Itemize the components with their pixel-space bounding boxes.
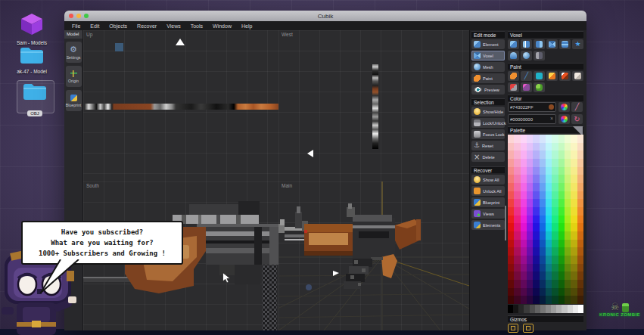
palette-swatch[interactable]: [533, 280, 539, 288]
palette-swatch[interactable]: [577, 256, 583, 264]
palette-swatch[interactable]: [571, 264, 577, 272]
palette-swatch[interactable]: [514, 223, 520, 231]
palette-swatch[interactable]: [552, 280, 558, 288]
palette-swatch[interactable]: [552, 247, 558, 256]
grayscale-swatch[interactable]: [513, 305, 518, 313]
grayscale-swatch[interactable]: [540, 305, 546, 313]
palette-swatch[interactable]: [565, 231, 571, 240]
palette-swatch[interactable]: [565, 271, 571, 280]
grayscale-swatch[interactable]: [508, 305, 513, 313]
palette-swatch[interactable]: [514, 207, 520, 216]
close-window-button[interactable]: [69, 14, 73, 18]
menu-recover[interactable]: Recover: [137, 23, 157, 29]
palette-swatch[interactable]: [521, 199, 527, 207]
palette-swatch[interactable]: [552, 135, 558, 143]
palette-swatch[interactable]: [533, 231, 539, 240]
palette-swatch[interactable]: [527, 143, 533, 151]
palette-swatch[interactable]: [533, 135, 539, 143]
palette-swatch[interactable]: [540, 231, 546, 240]
palette-swatch[interactable]: [577, 216, 583, 224]
palette-swatch[interactable]: [527, 240, 533, 248]
palette-swatch[interactable]: [558, 150, 565, 159]
palette-swatch[interactable]: [527, 159, 533, 167]
palette-swatch[interactable]: [546, 191, 552, 200]
palette-swatch[interactable]: [552, 175, 558, 183]
voxel-stack-tool[interactable]: [559, 39, 571, 49]
color-wheel-button[interactable]: [558, 102, 570, 112]
views-button[interactable]: Views: [471, 209, 505, 219]
palette-swatch[interactable]: [540, 143, 546, 151]
lock-unlock-button[interactable]: Lock/Unlock: [471, 118, 505, 128]
palette-swatch[interactable]: [533, 240, 539, 248]
palette-swatch[interactable]: [565, 223, 571, 231]
palette-swatch[interactable]: [571, 280, 577, 288]
grayscale-swatch[interactable]: [524, 305, 529, 313]
palette-swatch[interactable]: [577, 264, 583, 272]
gizmo-cube-icon[interactable]: [508, 324, 518, 333]
palette-swatch[interactable]: [521, 240, 527, 248]
palette-swatch[interactable]: [552, 264, 558, 272]
elements-button[interactable]: Elements: [471, 220, 505, 230]
line-tool[interactable]: ╱: [521, 71, 532, 81]
palette-swatch[interactable]: [527, 135, 533, 143]
palette-swatch[interactable]: [571, 150, 577, 159]
palette-swatch[interactable]: [546, 216, 552, 224]
palette-swatch[interactable]: [571, 240, 577, 248]
palette-swatch[interactable]: [527, 231, 533, 240]
palette-swatch[interactable]: [558, 280, 565, 288]
palette-swatch[interactable]: [546, 231, 552, 240]
palette-swatch[interactable]: [565, 135, 571, 143]
palette-swatch[interactable]: [521, 150, 527, 159]
palette-swatch[interactable]: [571, 159, 577, 167]
palette-swatch[interactable]: [540, 223, 546, 231]
palette-swatch[interactable]: [514, 143, 520, 151]
palette-swatch[interactable]: [540, 216, 546, 224]
delete-button[interactable]: ×Delete: [471, 152, 505, 162]
palette-swatch[interactable]: [521, 296, 527, 304]
palette-swatch[interactable]: [577, 167, 583, 175]
palette-swatch[interactable]: [571, 271, 577, 280]
palette-swatch[interactable]: [508, 207, 514, 216]
palette-swatch[interactable]: [571, 175, 577, 183]
palette-swatch[interactable]: [508, 199, 514, 207]
palette-swatch[interactable]: [508, 231, 514, 240]
palette-swatch[interactable]: [508, 264, 514, 272]
palette-swatch[interactable]: [546, 207, 552, 216]
palette-swatch[interactable]: [527, 256, 533, 264]
palette-swatch[interactable]: [514, 288, 520, 296]
secondary-color-input[interactable]: [508, 114, 556, 124]
palette-swatch[interactable]: [514, 296, 520, 304]
palette-swatch[interactable]: [514, 159, 520, 167]
grayscale-swatch[interactable]: [568, 305, 573, 313]
palette-swatch[interactable]: [552, 167, 558, 175]
menu-tools[interactable]: Tools: [191, 23, 203, 29]
voxel-slice-tool[interactable]: [521, 39, 532, 49]
grayscale-swatch[interactable]: [573, 305, 578, 313]
palette-swatch[interactable]: [527, 280, 533, 288]
palette-swatch[interactable]: [565, 256, 571, 264]
wand-tool[interactable]: [521, 82, 532, 92]
palette-swatch[interactable]: [552, 191, 558, 200]
palette-swatch[interactable]: [571, 135, 577, 143]
palette-swatch[interactable]: [521, 256, 527, 264]
palette-swatch[interactable]: [533, 247, 539, 256]
palette-swatch[interactable]: [521, 207, 527, 216]
voxel-button[interactable]: Voxel: [471, 51, 505, 60]
toolbar-button-settings[interactable]: ⚙Settings: [66, 42, 82, 63]
palette-swatch[interactable]: [533, 216, 539, 224]
palette-swatch[interactable]: [527, 216, 533, 224]
grayscale-swatch[interactable]: [530, 305, 535, 313]
palette-swatch[interactable]: [527, 296, 533, 304]
palette-swatch[interactable]: [546, 280, 552, 288]
palette-swatch[interactable]: [540, 159, 546, 167]
tab-model[interactable]: Model: [64, 30, 82, 39]
unlock-all-button[interactable]: Unlock All: [471, 186, 505, 196]
palette-swatch[interactable]: [521, 223, 527, 231]
palette-swatch[interactable]: [514, 231, 520, 240]
palette-swatch[interactable]: [571, 183, 577, 191]
palette-swatch[interactable]: [558, 135, 565, 143]
palette-swatch[interactable]: [521, 264, 527, 272]
palette-swatch[interactable]: [521, 183, 527, 191]
grayscale-swatch[interactable]: [562, 305, 567, 313]
foliage-tool[interactable]: [534, 82, 545, 92]
